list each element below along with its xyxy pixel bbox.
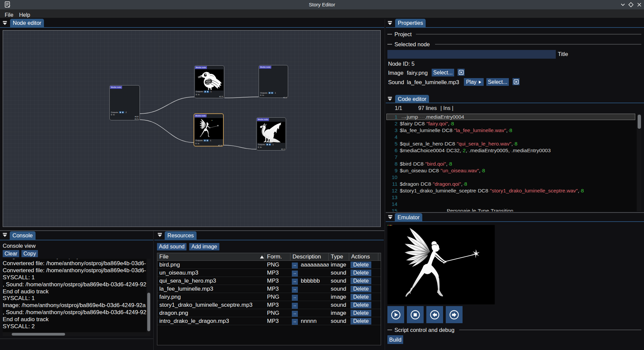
console-output[interactable]: Image: /home/anthony/ostproj/ba869e4b-03… [3, 259, 147, 332]
node-output-next-button[interactable] [269, 143, 271, 146]
console-clear-button[interactable]: Clear [3, 250, 19, 257]
edit-description-button[interactable]: .. [292, 295, 298, 301]
tab-emulator[interactable]: Emulator [395, 213, 422, 222]
image-select-button[interactable]: Select... [432, 69, 454, 76]
column-header-form[interactable]: Form. [265, 253, 290, 261]
tab-resources[interactable]: Resources [165, 231, 197, 240]
emu-back-button[interactable] [426, 306, 443, 323]
node-output-prev-button[interactable] [268, 92, 271, 94]
resource-row[interactable]: bird.png PNG .. aaaaaaaaa image Delete [157, 261, 381, 269]
delete-button[interactable]: Delete [351, 302, 371, 308]
code-line: 15 Personaje·le·Type·Transition [386, 208, 637, 212]
resources-collapse-icon[interactable] [158, 232, 162, 237]
graph-node-dragon[interactable]: Media node Outputs: 10: In#1:0 [256, 117, 286, 151]
edit-description-button[interactable]: .. [292, 262, 298, 269]
code-vscrollbar[interactable] [637, 114, 641, 211]
cell-description: .. bbbbbb [290, 277, 329, 285]
tab-code-editor[interactable]: Code editor [395, 95, 429, 103]
sound-play-button[interactable]: Play [464, 78, 484, 86]
edit-description-button[interactable]: .. [292, 319, 298, 325]
console-hscrollbar[interactable] [3, 332, 151, 336]
emu-forward-button[interactable] [446, 306, 463, 323]
cell-form: MP3 [265, 269, 290, 277]
tab-properties[interactable]: Properties [395, 19, 426, 27]
cell-type: sound [329, 277, 349, 285]
add-image-button[interactable]: Add image [189, 243, 219, 250]
line-number: 10 [386, 174, 397, 181]
sound-clear-button[interactable] [513, 78, 520, 85]
console-vscrollbar[interactable] [147, 259, 151, 332]
node-output-prev-button[interactable] [204, 91, 206, 93]
code-bottom-line [386, 212, 644, 213]
title-input[interactable] [387, 50, 556, 59]
delete-button[interactable]: Delete [351, 318, 371, 325]
node-output-next-button[interactable] [271, 92, 273, 94]
image-clear-button[interactable] [458, 69, 465, 76]
graph-node-fairy[interactable]: Media node Outputs: 10: In#1:N [194, 113, 224, 147]
delete-button[interactable]: Delete [351, 278, 371, 284]
column-header-file[interactable]: File [157, 253, 265, 261]
column-header-description[interactable]: Description [290, 253, 329, 261]
column-header-type[interactable]: Type [329, 253, 349, 261]
build-button[interactable]: Build [387, 335, 403, 344]
resource-row[interactable]: la_fee_luminelle.mp3 MP3 .. sound Delete [157, 285, 381, 293]
console-line: , Sound: /home/anthony/ostproj/ba869e4b-… [3, 281, 147, 288]
edit-description-button[interactable]: .. [292, 287, 298, 293]
main-splitter[interactable] [385, 19, 385, 350]
cell-form: MP3 [265, 277, 290, 285]
node-canvas[interactable]: Media node Outputs: 20: In#0:B#1:NMedia … [3, 30, 381, 227]
graph-node-empty2[interactable]: Media node Outputs: 10: In#1:0 [259, 65, 288, 98]
node-output-next-button[interactable] [207, 91, 209, 93]
left-splitter-line[interactable] [0, 230, 384, 231]
console-copy-button[interactable]: Copy [21, 250, 38, 257]
node-output-next-button[interactable] [206, 139, 209, 142]
menu-file[interactable]: File [3, 9, 15, 18]
delete-button[interactable]: Delete [351, 270, 371, 276]
script-group-label: Script control and debug [394, 327, 454, 333]
edit-description-button[interactable]: .. [292, 271, 298, 277]
tab-console[interactable]: Console [10, 231, 36, 240]
node-output-prev-button[interactable] [266, 143, 268, 146]
node-output-prev-button[interactable] [119, 111, 121, 114]
graph-node-bird[interactable]: Media node Outputs: 10: In#1:N [194, 65, 224, 98]
column-header-actions[interactable]: Actions [349, 253, 378, 261]
minimize-button[interactable] [620, 1, 626, 8]
maximize-button[interactable] [628, 1, 634, 8]
delete-button[interactable]: Delete [351, 286, 371, 292]
emu-play-button[interactable] [387, 306, 404, 323]
node-editor-collapse-icon[interactable] [3, 20, 7, 25]
emu-stop-button[interactable] [407, 306, 424, 323]
code-editor-collapse-icon[interactable] [388, 96, 392, 101]
node-thumbnail-fairy [195, 118, 223, 139]
add-sound-button[interactable]: Add sound [157, 243, 186, 250]
edit-description-button[interactable]: .. [292, 279, 298, 285]
close-button[interactable] [636, 1, 643, 8]
resource-row[interactable]: story1_drako_luminelle_sceptre.mp3 MP3 .… [157, 301, 381, 309]
code-editor-area[interactable]: 1 →jump····.mediaEntry0004 2 $fairy·DC8·… [386, 114, 637, 212]
resource-row[interactable]: un_oiseau.mp3 MP3 .. sound Delete [157, 269, 381, 277]
delete-button[interactable]: Delete [351, 310, 371, 316]
console-resources-splitter[interactable] [153, 231, 154, 350]
node-id-text: Node ID: 5 [388, 61, 415, 67]
selected-node-group-line [435, 44, 641, 45]
line-number: 4 [386, 134, 397, 140]
console-collapse-icon[interactable] [3, 232, 7, 237]
graph-node-empty0[interactable]: Media node Outputs: 20: In#0:B#1:N [109, 85, 140, 120]
menu-help[interactable]: Help [17, 9, 32, 18]
resource-row[interactable]: fairy.png PNG .. image Delete [157, 293, 381, 301]
edit-description-button[interactable]: .. [292, 303, 298, 309]
resource-row[interactable]: intro_drako_le_dragon.mp3 MP3 .. nnnnn s… [157, 317, 381, 325]
delete-button[interactable]: Delete [351, 294, 371, 300]
delete-button[interactable]: Delete [351, 261, 371, 268]
properties-collapse-icon[interactable] [388, 20, 392, 25]
line-number: 5 [386, 140, 397, 147]
resource-row[interactable]: dragon.png PNG .. image Delete [157, 309, 381, 317]
emulator-collapse-icon[interactable] [388, 215, 392, 220]
sound-select-button[interactable]: Select... [486, 78, 509, 86]
tab-node-editor[interactable]: Node editor [10, 19, 44, 27]
edit-description-button[interactable]: .. [292, 311, 298, 317]
resource-row[interactable]: qui_sera_le_hero.mp3 MP3 .. bbbbbb sound… [157, 277, 381, 285]
node-output-prev-button[interactable] [204, 139, 206, 142]
node-output-next-button[interactable] [122, 111, 124, 114]
cell-description: .. [290, 285, 329, 293]
